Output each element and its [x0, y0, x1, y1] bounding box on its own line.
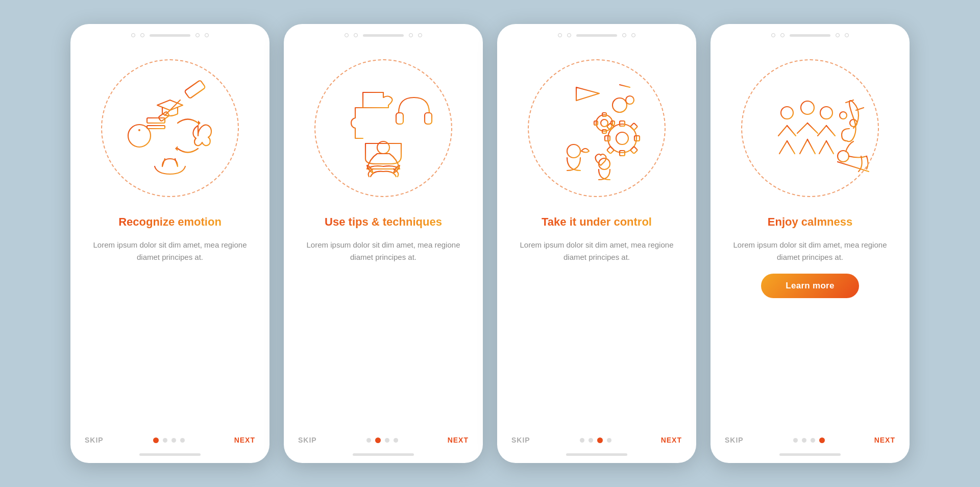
home-indicator-1: [139, 453, 201, 456]
content-area-3: Take it under control Lorem ipsum dolor …: [497, 215, 696, 431]
nav-bar-2: SKIP NEXT: [284, 431, 483, 453]
top-line-1: [150, 34, 190, 37]
top-dot-11: [622, 33, 626, 37]
phone-screen-1: Recognize emotion Lorem ipsum dolor sit …: [70, 24, 270, 463]
dot-2-3: [385, 438, 389, 443]
phone-screen-4: Enjoy calmness Lorem ipsum dolor sit dim…: [710, 24, 910, 463]
illustration-area-2: [284, 41, 483, 215]
screen-body-3: Lorem ipsum dolor sit dim amet, mea regi…: [513, 239, 680, 263]
top-dot-1: [131, 33, 135, 37]
top-dot-3: [195, 33, 200, 37]
dot-4-1: [793, 438, 798, 443]
top-dot-7: [409, 33, 413, 37]
top-dot-6: [354, 33, 358, 37]
nav-dots-4: [793, 437, 825, 443]
top-dot-14: [780, 33, 785, 37]
dot-3-2: [589, 438, 593, 443]
dot-4-active: [819, 437, 825, 443]
phone-screen-3: Take it under control Lorem ipsum dolor …: [497, 24, 696, 463]
content-area-1: Recognize emotion Lorem ipsum dolor sit …: [70, 215, 270, 431]
next-button-4[interactable]: NEXT: [874, 436, 895, 444]
content-area-4: Enjoy calmness Lorem ipsum dolor sit dim…: [710, 215, 910, 431]
dot-1-active: [153, 437, 159, 443]
top-dot-16: [845, 33, 849, 37]
content-area-2: Use tips & techniques Lorem ipsum dolor …: [284, 215, 483, 431]
dot-2-4: [394, 438, 398, 443]
top-dot-10: [567, 33, 571, 37]
dot-2-active: [375, 437, 381, 443]
nav-bar-4: SKIP NEXT: [710, 431, 910, 453]
top-line-2: [363, 34, 404, 37]
top-dot-12: [631, 33, 635, 37]
top-bar-4: [710, 24, 910, 41]
dot-2-1: [366, 438, 371, 443]
skip-button-2[interactable]: SKIP: [298, 436, 317, 444]
dashed-circle-1: [101, 59, 239, 197]
dot-4-3: [811, 438, 815, 443]
top-dot-2: [140, 33, 144, 37]
dot-1-2: [163, 438, 167, 443]
dot-1-4: [180, 438, 185, 443]
top-dot-9: [558, 33, 562, 37]
illustration-area-1: [70, 41, 270, 215]
screen-title-4: Enjoy calmness: [768, 215, 852, 230]
phone-screen-2: Use tips & techniques Lorem ipsum dolor …: [284, 24, 483, 463]
screen-body-4: Lorem ipsum dolor sit dim amet, mea regi…: [727, 239, 893, 263]
top-bar-1: [70, 24, 270, 41]
nav-dots-1: [153, 437, 185, 443]
dot-4-2: [802, 438, 806, 443]
nav-bar-3: SKIP NEXT: [497, 431, 696, 453]
top-bar-2: [284, 24, 483, 41]
screens-container: Recognize emotion Lorem ipsum dolor sit …: [40, 4, 940, 483]
home-indicator-2: [353, 453, 414, 456]
learn-more-button[interactable]: Learn more: [761, 274, 859, 298]
skip-button-1[interactable]: SKIP: [85, 436, 104, 444]
skip-button-3[interactable]: SKIP: [511, 436, 530, 444]
nav-bar-1: SKIP NEXT: [70, 431, 270, 453]
nav-dots-2: [366, 437, 398, 443]
top-dot-13: [771, 33, 775, 37]
top-line-3: [576, 34, 617, 37]
top-dot-5: [345, 33, 349, 37]
next-button-2[interactable]: NEXT: [448, 436, 469, 444]
dot-3-4: [607, 438, 611, 443]
screen-title-2: Use tips & techniques: [325, 215, 442, 230]
screen-title-1: Recognize emotion: [118, 215, 222, 230]
dot-3-active: [597, 437, 603, 443]
screen-title-3: Take it under control: [542, 215, 652, 230]
illustration-area-4: [710, 41, 910, 215]
illustration-area-3: [497, 41, 696, 215]
dot-1-3: [172, 438, 176, 443]
top-bar-3: [497, 24, 696, 41]
screen-body-2: Lorem ipsum dolor sit dim amet, mea regi…: [300, 239, 467, 263]
nav-dots-3: [580, 437, 611, 443]
next-button-1[interactable]: NEXT: [234, 436, 255, 444]
skip-button-4[interactable]: SKIP: [725, 436, 744, 444]
dashed-circle-3: [528, 59, 666, 197]
top-dot-8: [418, 33, 422, 37]
top-dot-4: [205, 33, 209, 37]
screen-body-1: Lorem ipsum dolor sit dim amet, mea regi…: [87, 239, 253, 263]
home-indicator-4: [779, 453, 841, 456]
dashed-circle-4: [741, 59, 879, 197]
next-button-3[interactable]: NEXT: [661, 436, 682, 444]
top-dot-15: [836, 33, 840, 37]
dot-3-1: [580, 438, 584, 443]
home-indicator-3: [566, 453, 627, 456]
dashed-circle-2: [314, 59, 452, 197]
top-line-4: [790, 34, 830, 37]
